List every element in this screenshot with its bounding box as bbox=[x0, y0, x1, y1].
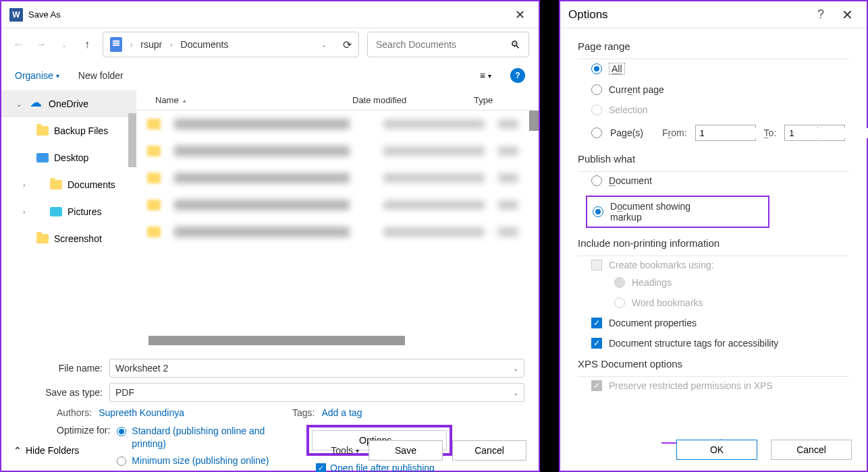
radio-icon bbox=[614, 277, 625, 288]
chevron-down-icon[interactable]: ⌄ bbox=[321, 41, 327, 49]
radio-icon bbox=[591, 105, 602, 115]
from-spinner[interactable]: ▲▼ bbox=[695, 125, 756, 141]
to-label: To: bbox=[764, 127, 777, 138]
folder-icon bbox=[36, 126, 49, 136]
nonprint-title: Include non-printing information bbox=[578, 237, 849, 249]
authors-label: Authors: bbox=[57, 407, 92, 418]
checkbox-icon bbox=[591, 260, 602, 270]
checkbox-label: Preserve restricted permissions in XPS bbox=[609, 380, 773, 391]
bookmarks-checkbox: Create bookmarks using: bbox=[591, 260, 849, 270]
sort-up-icon: ▴ bbox=[183, 97, 186, 104]
radio-label: Selection bbox=[609, 105, 648, 115]
save-as-title: Save As bbox=[28, 9, 510, 20]
document-icon bbox=[110, 37, 122, 52]
list-item[interactable] bbox=[136, 191, 539, 218]
search-box[interactable]: 🔍︎ bbox=[367, 32, 529, 57]
open-after-checkbox[interactable]: ✓Open file after publishing bbox=[316, 463, 525, 472]
page-range-pages-radio[interactable]: Page(s) From: ▲▼ To: ▲▼ bbox=[591, 125, 849, 141]
list-item[interactable] bbox=[136, 165, 539, 191]
list-item[interactable] bbox=[136, 218, 539, 245]
chevron-down-icon[interactable]: ⌄ bbox=[16, 100, 24, 108]
doc-properties-checkbox[interactable]: ✓Document properties bbox=[591, 318, 849, 328]
savetype-label: Save as type: bbox=[15, 387, 103, 398]
radio-icon bbox=[591, 127, 602, 138]
cancel-button[interactable]: Cancel bbox=[452, 440, 526, 461]
radio-icon bbox=[591, 84, 602, 95]
new-folder-button[interactable]: New folder bbox=[78, 70, 124, 81]
sidebar-item-label: OneDrive bbox=[49, 98, 88, 109]
folder-icon bbox=[50, 180, 62, 189]
to-spinner[interactable]: ▲▼ bbox=[784, 125, 845, 141]
options-titlebar: Options ? ✕ bbox=[560, 1, 867, 28]
nav-back-icon[interactable]: ← bbox=[11, 37, 26, 52]
checkbox-icon: ✓ bbox=[316, 463, 326, 473]
chevron-right-icon[interactable]: › bbox=[23, 208, 31, 216]
chevron-down-icon[interactable]: ⌄ bbox=[513, 365, 518, 372]
tools-button[interactable]: Tools ▾ bbox=[331, 445, 359, 456]
nav-up-icon[interactable]: ↑ bbox=[80, 37, 94, 52]
tags-value[interactable]: Add a tag bbox=[321, 407, 362, 418]
scrollbar-thumb[interactable] bbox=[128, 113, 136, 167]
publish-markup-radio[interactable]: Document showing markup bbox=[593, 201, 707, 223]
filename-label: File name: bbox=[15, 363, 103, 374]
refresh-icon[interactable]: ⟳ bbox=[343, 38, 352, 51]
page-range-all-radio[interactable]: All bbox=[591, 63, 849, 75]
column-date[interactable]: Date modified bbox=[352, 95, 474, 105]
column-name[interactable]: Name bbox=[155, 95, 179, 105]
save-button[interactable]: Save bbox=[369, 440, 443, 461]
from-label: From: bbox=[662, 127, 687, 138]
view-options-button[interactable]: ≡ ▾ bbox=[480, 70, 491, 81]
filename-input[interactable]: Worksheet 2⌄ bbox=[109, 359, 524, 378]
chevron-right-icon: › bbox=[170, 41, 172, 49]
cancel-button[interactable]: Cancel bbox=[771, 440, 852, 460]
sidebar-item-documents[interactable]: ›Documents bbox=[1, 171, 136, 198]
help-icon[interactable]: ? bbox=[817, 7, 824, 22]
close-icon[interactable]: ✕ bbox=[836, 4, 859, 26]
folder-tree: ⌄OneDrive Backup Files Desktop ›Document… bbox=[1, 90, 136, 351]
search-input[interactable] bbox=[376, 39, 510, 50]
publish-document-radio[interactable]: Document bbox=[591, 175, 849, 186]
list-item[interactable] bbox=[136, 138, 539, 165]
save-as-dialog: W Save As ✕ ← → ⌄ ↑ › rsupr › Documents … bbox=[0, 0, 540, 472]
sidebar-item-screenshot[interactable]: Screenshot bbox=[1, 225, 136, 252]
sidebar-item-label: Backup Files bbox=[54, 125, 108, 136]
sidebar-item-desktop[interactable]: Desktop bbox=[1, 144, 136, 171]
nav-recent-icon[interactable]: ⌄ bbox=[57, 37, 72, 52]
structure-tags-checkbox[interactable]: ✓Document structure tags for accessibili… bbox=[591, 338, 849, 349]
column-type[interactable]: Type bbox=[474, 95, 539, 105]
checkbox-label: Open file after publishing bbox=[330, 463, 435, 472]
sidebar-item-onedrive[interactable]: ⌄OneDrive bbox=[1, 90, 136, 117]
page-range-current-radio[interactable]: Current page bbox=[591, 84, 849, 95]
nav-row: ← → ⌄ ↑ › rsupr › Documents ⌄ ⟳ 🔍︎ bbox=[1, 28, 539, 61]
search-icon[interactable]: 🔍︎ bbox=[510, 39, 520, 51]
radio-label: All bbox=[612, 63, 622, 74]
scrollbar-horizontal[interactable] bbox=[148, 336, 405, 345]
chevron-right-icon[interactable]: › bbox=[23, 181, 31, 189]
authors-value[interactable]: Supreeth Koundinya bbox=[99, 407, 184, 418]
checkbox-label: Create bookmarks using: bbox=[609, 260, 714, 270]
radio-icon bbox=[591, 175, 602, 186]
breadcrumb-seg[interactable]: Documents bbox=[181, 39, 229, 50]
organise-button[interactable]: Organise ▾ bbox=[15, 70, 59, 81]
sidebar-item-pictures[interactable]: ›Pictures bbox=[1, 198, 136, 225]
radio-icon bbox=[614, 297, 625, 308]
page-range-selection-radio: Selection bbox=[591, 105, 849, 115]
nav-forward-icon[interactable]: → bbox=[34, 37, 49, 52]
breadcrumb-seg[interactable]: rsupr bbox=[140, 39, 162, 50]
hide-folders-button[interactable]: ⌃Hide Folders bbox=[13, 445, 79, 456]
radio-icon bbox=[591, 63, 602, 74]
close-icon[interactable]: ✕ bbox=[510, 5, 531, 25]
scrollbar-vertical[interactable] bbox=[529, 111, 539, 131]
page-range-title: Page range bbox=[578, 40, 849, 52]
to-input[interactable] bbox=[785, 128, 868, 138]
help-icon[interactable]: ? bbox=[510, 68, 525, 83]
breadcrumb[interactable]: › rsupr › Documents ⌄ ⟳ bbox=[103, 32, 359, 57]
bookmarks-wordbm-radio: Word bookmarks bbox=[614, 297, 849, 308]
options-title: Options bbox=[568, 8, 817, 22]
ok-button[interactable]: OK bbox=[676, 440, 757, 460]
savetype-dropdown[interactable]: PDF⌄ bbox=[109, 383, 524, 402]
save-as-footer: ⌃Hide Folders Tools ▾ Save Cancel bbox=[1, 437, 539, 464]
sidebar-item-backup[interactable]: Backup Files bbox=[1, 117, 136, 144]
list-item[interactable] bbox=[136, 111, 539, 138]
chevron-down-icon[interactable]: ⌄ bbox=[513, 389, 518, 396]
